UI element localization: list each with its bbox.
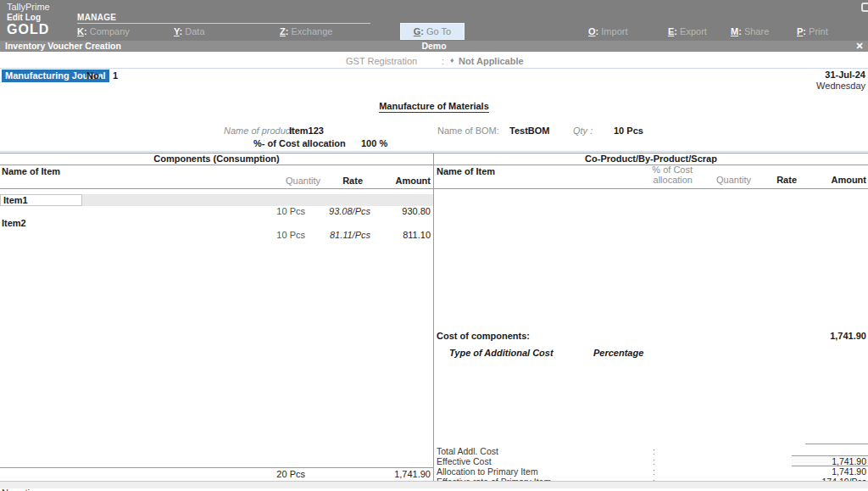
- qty-label: Qty :: [573, 126, 593, 136]
- menu-item-exchange[interactable]: Z: Exchange: [280, 26, 332, 36]
- components-panel-title: Components (Consumption): [0, 153, 433, 164]
- components-col-rate: Rate: [325, 176, 363, 186]
- menu-item-company[interactable]: K: Company: [77, 26, 130, 36]
- coproduct-col-rate: Rate: [759, 175, 797, 185]
- manage-underline: [77, 23, 370, 24]
- gst-registration-value[interactable]: Not Applicable: [459, 56, 524, 66]
- close-icon[interactable]: ✕: [853, 40, 866, 52]
- additional-cost-type-label: Type of Additional Cost: [449, 348, 554, 358]
- components-col-amount: Amount: [363, 176, 431, 186]
- item-amount: 811.10: [363, 230, 431, 240]
- coproduct-col-quantity: Quantity: [700, 175, 751, 185]
- menu-item-data[interactable]: Y: Data: [174, 26, 205, 36]
- item-quantity[interactable]: 10 Pcs: [237, 206, 305, 216]
- components-col-item: Name of Item: [2, 166, 60, 176]
- menu-key: O: [588, 26, 596, 36]
- gst-registration-label: GST Registration: [346, 56, 417, 66]
- item-quantity[interactable]: 10 Pcs: [237, 230, 305, 240]
- additional-cost-type-value[interactable]: Percentage: [593, 348, 643, 358]
- components-total-amount: 1,741.90: [363, 469, 431, 479]
- item-name-field[interactable]: Item1: [0, 194, 82, 206]
- diamond-icon: ♦: [450, 56, 454, 64]
- cost-of-components-value: 1,741.90: [798, 331, 866, 341]
- gst-colon: :: [442, 56, 444, 66]
- addl-cost-blank-rule: [805, 444, 868, 444]
- menu-item-print[interactable]: P: Print: [797, 26, 828, 36]
- summary-label: Total Addl. Cost: [437, 446, 648, 456]
- summary-colon: :: [653, 446, 655, 456]
- cost-of-components-label: Cost of components:: [437, 331, 530, 341]
- menu-item-go-to[interactable]: G: Go To: [400, 23, 465, 40]
- section-heading-wrap: Manufacture of Materials: [0, 101, 868, 113]
- voucher-date[interactable]: 31-Jul-24: [825, 70, 865, 80]
- summary-label: Effective Cost: [437, 456, 648, 466]
- company-name: Demo: [0, 41, 868, 52]
- separator-line: [0, 151, 868, 152]
- table-header-rule: [0, 188, 868, 189]
- menu-item-share[interactable]: M: Share: [731, 26, 769, 36]
- section-heading: Manufacture of Materials: [379, 101, 489, 113]
- components-total-rule: [0, 467, 433, 468]
- coproduct-panel-title: Co-Product/By-Product/Scrap: [434, 153, 868, 164]
- menu-key: K: [77, 26, 84, 36]
- menu-key: Z: [280, 26, 286, 36]
- summary-colon: :: [653, 456, 655, 466]
- components-total-quantity: 20 Pcs: [237, 469, 305, 479]
- coproduct-col-allocation: % of Cost: [642, 165, 693, 175]
- summary-label: Allocation to Primary Item: [437, 466, 648, 477]
- table-title-rule: [0, 165, 868, 165]
- manage-label: MANAGE: [77, 13, 116, 22]
- edit-log-label[interactable]: Edit Log: [7, 13, 41, 22]
- components-col-quantity: Quantity: [253, 176, 320, 186]
- cost-allocation-value[interactable]: 100 %: [361, 138, 387, 148]
- menu-item-import[interactable]: O: Import: [588, 26, 627, 36]
- coproduct-col-amount: Amount: [803, 175, 866, 185]
- cost-allocation-label: %- of Cost allocation: [253, 138, 346, 148]
- menu-item-export[interactable]: E: Export: [668, 26, 707, 36]
- app-title: TallyPrime: [7, 2, 50, 12]
- voucher-no-value[interactable]: 1: [113, 70, 118, 81]
- footer-band: [0, 481, 868, 488]
- product-value[interactable]: Item123: [289, 126, 324, 136]
- menu-key: M: [731, 26, 738, 36]
- item-name-field[interactable]: Item2: [2, 218, 26, 228]
- screen-title: Inventory Voucher Creation: [5, 41, 121, 52]
- inventory-voucher-creation-screen: TallyPrime Edit Log GOLD MANAGE K: Compa…: [0, 0, 868, 491]
- qty-value[interactable]: 10 Pcs: [614, 126, 643, 136]
- summary-value: 1,741.90: [790, 456, 866, 466]
- coproduct-col-allocation: allocation: [642, 175, 693, 185]
- coproduct-col-item: Name of Item: [437, 166, 495, 176]
- item-amount: 930.80: [363, 206, 431, 216]
- separator-line: [0, 68, 868, 69]
- summary-value: 1,741.90: [790, 466, 866, 477]
- voucher-day: Wednesday: [816, 81, 865, 91]
- narration-label[interactable]: Narration: [2, 488, 103, 491]
- voucher-no-label: No.: [86, 70, 102, 81]
- bom-label: Name of BOM:: [437, 126, 499, 136]
- panel-divider: [433, 153, 434, 481]
- bom-value[interactable]: TestBOM: [509, 126, 549, 136]
- summary-colon: :: [653, 466, 655, 477]
- clipped-icon: [861, 3, 868, 12]
- edition-badge: GOLD: [7, 22, 49, 37]
- product-label: Name of product:: [224, 126, 295, 136]
